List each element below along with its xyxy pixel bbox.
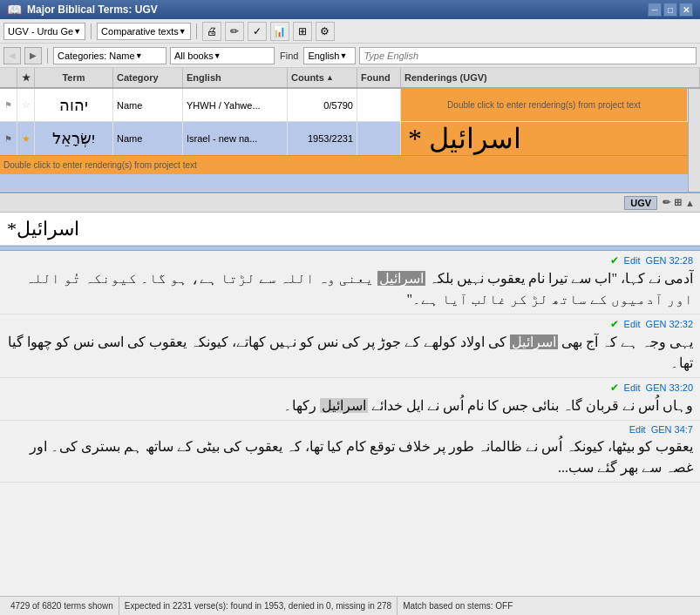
selected-term-text: اسرائیل* — [7, 218, 79, 240]
toolbar-sep-3 — [47, 48, 48, 64]
table-header: ★ Term Category English Counts ▲ Found R… — [0, 68, 700, 89]
toolbar-sep-1 — [91, 24, 92, 39]
verses-area[interactable]: ✔ Edit GEN 32:28 آدمی نے کہا، "اب سے تیر… — [0, 251, 700, 596]
verse-text-4: یعقوب کو بیٹھا، کیونکہ اُس نے ظالمانہ طو… — [7, 436, 693, 478]
table-rows: ⚑ ☆ יהוה Name YHWH / Yahwe... 0/5790 Dou… — [0, 89, 688, 192]
table-row[interactable]: ⚑ ☆ יהוה Name YHWH / Yahwe... 0/5790 Dou… — [0, 89, 688, 122]
verse-edit-1[interactable]: Edit — [624, 255, 641, 266]
title-bar: 📖 Major Biblical Terms: UGV ─ □ ✕ — [0, 0, 700, 19]
grid-button[interactable]: ⊞ — [293, 22, 312, 41]
highlight-word-2: اسرائیل — [510, 335, 558, 349]
th-renderings: Renderings (UGV) — [401, 68, 700, 87]
forward-button[interactable]: ▶ — [24, 47, 42, 64]
verse-block: ✔ Edit GEN 33:20 وہاں اُس نے قربان گاہ ب… — [0, 378, 700, 421]
td-star-1[interactable]: ☆ — [17, 89, 35, 121]
verse-checkmark-1: ✔ — [610, 254, 619, 267]
toolbar-primary: UGV - Urdu Ge Comparative texts 🖨 ✏ ✓ 📊 … — [0, 19, 700, 44]
sort-arrow: ▲ — [326, 73, 334, 82]
star-icon-1: ☆ — [22, 99, 31, 111]
flag-icon-1: ⚑ — [4, 100, 12, 110]
verse-checkmark-2: ✔ — [610, 318, 619, 330]
th-star: ★ — [17, 68, 35, 87]
table-row[interactable]: ⚑ ★ יִשְׂרָאֵל Name Israel - new na... 1… — [0, 122, 688, 192]
ugv-header: UGV ✏ ⊞ ▲ — [0, 192, 700, 213]
verse-checkmark-3: ✔ — [610, 382, 619, 394]
renderings-hint-2: Double click to enter rendering(s) from … — [3, 160, 197, 170]
th-english[interactable]: English — [183, 68, 288, 87]
flag-icon-2: ⚑ — [4, 134, 12, 144]
project-dropdown[interactable]: UGV - Urdu Ge — [3, 23, 85, 40]
th-category[interactable]: Category — [113, 68, 183, 87]
ugv-expand-icon[interactable]: ⊞ — [674, 197, 682, 208]
star-icon-2: ★ — [22, 133, 31, 145]
ugv-edit-icon[interactable]: ✏ — [663, 197, 670, 208]
td-term-2: יִשְׂרָאֵל — [35, 122, 113, 155]
td-found-1 — [357, 89, 401, 121]
td-found-2 — [357, 122, 401, 155]
td-english-1: YHWH / Yahwe... — [183, 89, 288, 121]
print-button[interactable]: 🖨 — [202, 22, 221, 41]
app-icon: 📖 — [7, 3, 22, 17]
search-input[interactable] — [359, 47, 697, 64]
td-star-2[interactable]: ★ — [17, 122, 35, 155]
terms-shown-text: 4729 of 6820 terms shown — [10, 601, 113, 611]
table-scrollbar[interactable] — [688, 89, 700, 192]
toolbar-secondary: ◀ ▶ Categories: Name All books Find Engl… — [0, 44, 700, 68]
find-dropdown[interactable]: English — [303, 47, 356, 64]
comparative-texts-dropdown[interactable]: Comparative texts — [97, 23, 191, 40]
status-expected: Expected in 2231 verse(s): found in 1953… — [119, 597, 398, 615]
ugv-scroll-up[interactable]: ▲ — [685, 198, 695, 208]
verse-ref-line-3: ✔ Edit GEN 33:20 — [7, 382, 693, 394]
ugv-badge: UGV — [624, 196, 657, 210]
td-counts-1: 0/5790 — [288, 89, 357, 121]
minimize-button[interactable]: ─ — [648, 3, 662, 17]
renderings-large-2: اسرائیل * — [408, 122, 521, 155]
close-button[interactable]: ✕ — [679, 3, 693, 17]
verse-block: Edit GEN 34:7 یعقوب کو بیٹھا، کیونکہ اُس… — [0, 421, 700, 483]
td-term-1: יהוה — [35, 89, 113, 121]
categories-dropdown[interactable]: Categories: Name — [53, 47, 167, 64]
edit-button[interactable]: ✏ — [225, 22, 244, 41]
th-counts[interactable]: Counts ▲ — [288, 68, 357, 87]
verse-ref-3[interactable]: GEN 33:20 — [646, 382, 693, 393]
back-button[interactable]: ◀ — [3, 47, 21, 64]
verse-ref-1[interactable]: GEN 32:28 — [646, 255, 693, 266]
th-flag — [0, 68, 17, 87]
verse-block: ✔ Edit GEN 32:32 یہی وجہ ہے کہ آج بھی اس… — [0, 314, 700, 378]
td-category-1: Name — [113, 89, 183, 121]
chart-button[interactable]: 📊 — [270, 22, 289, 41]
verse-edit-4[interactable]: Edit — [629, 424, 646, 435]
highlight-word-1: اسرائیل — [377, 271, 425, 286]
verse-edit-2[interactable]: Edit — [624, 319, 641, 329]
main-container: UGV - Urdu Ge Comparative texts 🖨 ✏ ✓ 📊 … — [0, 19, 700, 615]
selected-term-display: اسرائیل* — [0, 213, 700, 246]
renderings-hint-1: Double click to enter rendering(s) from … — [447, 100, 641, 110]
verse-text-3: وہاں اُس نے قربان گاہ بنائی جس کا نام اُ… — [7, 395, 693, 416]
td-english-2: Israel - new na... — [183, 122, 288, 155]
td-category-2: Name — [113, 122, 183, 155]
status-bar: 4729 of 6820 terms shown Expected in 223… — [0, 596, 700, 615]
td-flag-2: ⚑ — [0, 122, 17, 155]
verse-ref-2[interactable]: GEN 32:32 — [646, 319, 693, 329]
th-found: Found — [357, 68, 401, 87]
verse-ref-line-4: Edit GEN 34:7 — [7, 424, 693, 435]
match-text: Match based on stems: OFF — [403, 601, 513, 611]
renderings-bottom-hint: Double click to enter rendering(s) from … — [0, 155, 688, 174]
verse-block: ✔ Edit GEN 32:28 آدمی نے کہا، "اب سے تیر… — [0, 251, 700, 314]
verse-ref-4[interactable]: GEN 34:7 — [651, 424, 693, 435]
verse-edit-3[interactable]: Edit — [624, 382, 641, 393]
allbooks-dropdown[interactable]: All books — [170, 47, 275, 64]
td-flag-1: ⚑ — [0, 89, 17, 121]
maximize-button[interactable]: □ — [663, 3, 677, 17]
td-renderings-2[interactable]: اسرائیل * — [401, 122, 688, 155]
settings-button[interactable]: ⚙ — [316, 22, 335, 41]
toolbar-sep-2 — [196, 24, 197, 39]
verse-ref-line-2: ✔ Edit GEN 32:32 — [7, 318, 693, 330]
status-match: Match based on stems: OFF — [398, 597, 518, 615]
highlight-word-3: اسرائیل — [320, 398, 368, 413]
th-term[interactable]: Term — [35, 68, 113, 87]
verse-text-1: آدمی نے کہا، "اب سے تیرا نام یعقوب نہیں … — [7, 268, 693, 310]
check-button[interactable]: ✓ — [248, 22, 267, 41]
find-label: Find — [280, 51, 298, 61]
td-renderings-1[interactable]: Double click to enter rendering(s) from … — [401, 89, 688, 121]
